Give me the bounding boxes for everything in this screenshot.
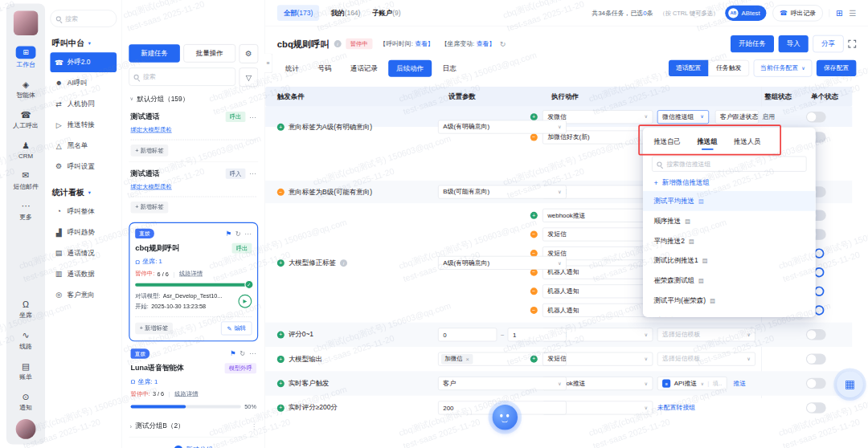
score-max-input[interactable] (508, 328, 567, 341)
remove-tag-icon[interactable]: × (465, 356, 469, 362)
task-card-selected[interactable]: 直拨 ⚑ ↻ ⋯ cbq规则呼叫 呼出 Ω 坐席: 1 暂停中: 6 / 6 |… (129, 222, 258, 342)
share-button[interactable]: 分享 (813, 35, 843, 52)
tab-push-self[interactable]: 推送自己 (653, 137, 681, 146)
task-card[interactable]: 测试通话 呼出 ⋯ 绑定大模型质检 + 新增标签 (129, 105, 258, 161)
rail-item-billing[interactable]: ▤ 账单 (19, 361, 32, 381)
play-icon[interactable]: ▶ (238, 295, 252, 308)
collapse-handle[interactable]: ≡ (264, 53, 272, 73)
param-select[interactable]: A级(有明确意向) (438, 256, 567, 270)
grid-view-icon[interactable]: ⊞ (836, 8, 842, 18)
more-icon[interactable]: ⋯ (244, 230, 252, 238)
task-search[interactable] (129, 67, 235, 86)
push-group-option[interactable]: 崔荣森测试组▤ (643, 271, 816, 291)
import-button[interactable]: 导入 (779, 35, 809, 52)
nav-item-call-trend[interactable]: ▟ 呼叫趋势 (50, 222, 117, 242)
rail-item-workbench[interactable]: ⊞ 工作台 (16, 46, 36, 68)
nav-search[interactable] (50, 10, 117, 26)
wechat-push-group-select[interactable]: 微信推送组 (657, 110, 709, 124)
more-icon[interactable]: ⋯ (249, 169, 256, 177)
sms-template-select[interactable]: 选择短信模板 (657, 328, 755, 341)
nav-item-customer-intent[interactable]: ◎ 客户意向 (50, 284, 117, 304)
remove-action-icon[interactable]: − (530, 307, 538, 314)
nav-item-call-settings[interactable]: ⚙ 呼叫设置 (50, 157, 117, 177)
push-group-search-input[interactable] (665, 160, 801, 168)
add-tag-chip[interactable]: + 新增标签 (131, 202, 169, 214)
info-icon[interactable]: i (340, 259, 347, 267)
nav-item-call-data[interactable]: ▥ 通话数据 (50, 264, 117, 284)
action-select[interactable]: webhook推送 (542, 209, 653, 222)
push-link[interactable]: 推送 (733, 380, 746, 388)
add-push-group-button[interactable]: + 新增微信推送组 (643, 172, 816, 191)
add-rule-icon[interactable]: + (277, 331, 285, 338)
item-state-toggle[interactable] (806, 402, 826, 413)
param-select[interactable]: B级(可能有意向) (438, 185, 567, 199)
edit-button[interactable]: ✎编辑 (221, 322, 252, 336)
kebab-icon[interactable]: ⋮ (251, 422, 257, 430)
item-state-toggle[interactable] (806, 353, 826, 365)
param-select[interactable]: 客户 (438, 377, 567, 390)
item-state-toggle[interactable] (806, 112, 826, 123)
user-avatar[interactable] (14, 11, 38, 35)
model-qc-link[interactable]: 绑定大模型质检 (131, 183, 256, 191)
add-tag-chip[interactable]: + 新增标签 (131, 145, 169, 157)
followup-status-select[interactable]: 客户跟进状态 (715, 110, 759, 124)
rail-item-sms-mail[interactable]: ✉ 短信邮件 (13, 171, 39, 191)
action-select[interactable]: 机器人通知 (542, 303, 653, 317)
add-rule-icon[interactable]: + (277, 124, 285, 131)
action-select[interactable]: 发短信 (542, 228, 653, 242)
nav-section-stats[interactable]: 统计看板 ▾ (52, 187, 115, 198)
remove-action-icon[interactable]: − (530, 287, 538, 295)
info-icon[interactable]: i (334, 40, 341, 47)
new-group-button[interactable]: + 新建分组 (129, 437, 258, 448)
refresh-icon[interactable]: ↻ (500, 39, 506, 48)
rail-item-lines[interactable]: ∿ 线路 (19, 331, 32, 351)
rail-item-agent[interactable]: ◈ 智能体 (16, 79, 35, 100)
output-tag-input[interactable]: 加微信× (438, 352, 567, 366)
refresh-icon[interactable]: ↻ (235, 230, 241, 238)
save-config-button[interactable]: 保存配置 (817, 60, 857, 76)
push-group-option[interactable]: 测试平均(崔荣森)▤ (643, 291, 816, 311)
abtest-button[interactable]: AB ABtest (725, 5, 766, 20)
nav-item-outbound-2[interactable]: ☎ 外呼2.0 (50, 52, 117, 72)
assistant-float-button[interactable] (493, 405, 518, 430)
api-push-select[interactable]: ≡ API推送 ∨ | 填.. (657, 377, 727, 390)
tab-stats[interactable]: 统计 (277, 60, 307, 77)
model-qc-link[interactable]: 绑定大模型质检 (131, 126, 256, 134)
view-link[interactable]: 查看】 (415, 40, 434, 47)
current-config-dropdown[interactable]: 当前任务配置 ∨ (754, 59, 813, 76)
remove-action-icon[interactable]: − (530, 133, 538, 141)
rail-item-manual-call[interactable]: ☎ 人工呼出 (13, 110, 39, 130)
add-rule-icon[interactable]: + (277, 356, 285, 363)
nav-item-call-overview[interactable]: ◔ 呼叫整体 (50, 202, 117, 222)
action-select[interactable]: 机器人通知 (542, 284, 653, 298)
push-group-search[interactable] (652, 157, 806, 172)
tab-numbers[interactable]: 号码 (309, 60, 339, 77)
list-view-icon[interactable]: ☰ (849, 8, 856, 18)
param-select[interactable]: A级(有明确意向) (438, 120, 567, 134)
pin-icon[interactable]: ⚑ (226, 230, 232, 238)
nav-item-push-transfer[interactable]: ▷ 推送转接 (50, 115, 117, 135)
tab-sub-accounts[interactable]: 子账户(9) (372, 9, 401, 18)
push-group-option[interactable]: 顺序推送▤ (643, 211, 816, 231)
nav-item-call-status[interactable]: ▤ 通话情况 (50, 243, 117, 263)
fullscreen-icon[interactable] (848, 40, 856, 48)
item-state-toggle[interactable] (814, 267, 824, 277)
task-search-input[interactable] (142, 73, 231, 81)
tab-call-records[interactable]: 通话记录 (342, 60, 386, 77)
new-task-button[interactable]: 新建任务 (129, 44, 180, 63)
nav-item-ai-call[interactable]: ☻ AI呼叫 (50, 73, 117, 93)
task-card[interactable]: 测试通话 呼入 ⋯ 绑定大模型质检 + 新增标签 (129, 162, 258, 218)
item-state-toggle[interactable] (814, 248, 824, 258)
nav-search-input[interactable] (64, 14, 102, 22)
add-rule-icon[interactable]: + (277, 380, 285, 387)
more-icon[interactable]: ⋯ (249, 349, 256, 357)
tab-push-person[interactable]: 推送人员 (734, 137, 761, 146)
nav-section-call-center[interactable]: 呼叫中台 ▾ (52, 38, 115, 49)
rail-item-more[interactable]: ⋯ 更多 (19, 202, 32, 222)
transfer-group-link[interactable]: 未配置转接组 (657, 404, 695, 412)
add-action-icon[interactable]: + (530, 113, 538, 120)
line-detail-link[interactable]: 线路详情 (174, 389, 198, 397)
remove-rule-icon[interactable]: − (277, 189, 285, 196)
remove-action-icon[interactable]: − (530, 269, 538, 276)
view-link[interactable]: 查看】 (476, 40, 495, 47)
